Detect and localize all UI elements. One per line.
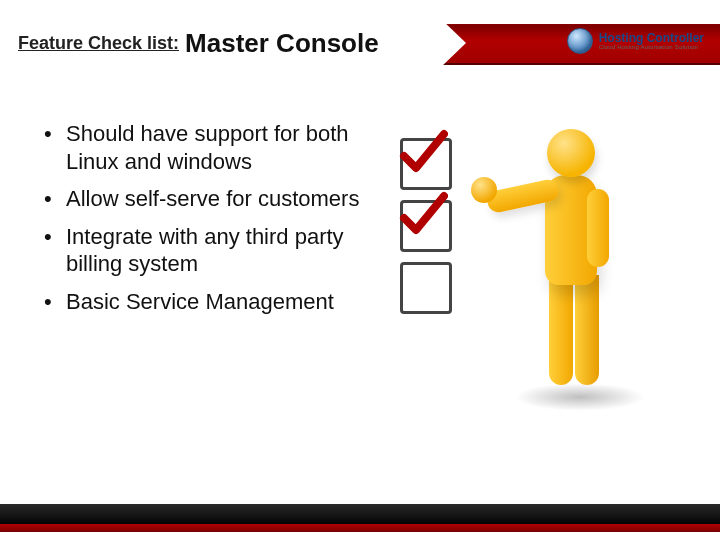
- bullet-text: Basic Service Management: [66, 289, 334, 314]
- slide: { "header": { "prefix": "Feature Check l…: [0, 0, 720, 540]
- bullet-text: Allow self-serve for customers: [66, 186, 359, 211]
- list-item: Integrate with any third party billing s…: [40, 223, 370, 278]
- content-area: Should have support for both Linux and w…: [40, 120, 680, 420]
- title-tab: Feature Check list: Master Console: [0, 18, 440, 68]
- globe-icon: [567, 28, 593, 54]
- checkbox-3: [400, 262, 452, 314]
- figure-leg: [549, 275, 573, 385]
- list-item: Allow self-serve for customers: [40, 185, 370, 213]
- figure-head: [547, 129, 595, 177]
- logo-text: Hosting Controller Cloud Hosting Automat…: [599, 32, 704, 50]
- brand-logo: Hosting Controller Cloud Hosting Automat…: [567, 28, 704, 54]
- footer-bar: [0, 504, 720, 532]
- list-item: Should have support for both Linux and w…: [40, 120, 370, 175]
- title-prefix: Feature Check list:: [18, 33, 179, 54]
- figure-shadow: [515, 383, 645, 411]
- person-figure-icon: [475, 125, 655, 415]
- figure-leg: [575, 275, 599, 385]
- title-main: Master Console: [185, 28, 379, 59]
- logo-tagline: Cloud Hosting Automation Solution: [599, 44, 704, 50]
- list-item: Basic Service Management: [40, 288, 370, 316]
- checkmark-icon: [398, 190, 448, 240]
- footer-dark-strip: [0, 504, 720, 526]
- logo-name: Hosting Controller: [599, 32, 704, 44]
- footer-red-strip: [0, 524, 720, 532]
- checklist-figure-art: [380, 120, 680, 420]
- bullet-list: Should have support for both Linux and w…: [40, 120, 370, 420]
- bullet-text: Integrate with any third party billing s…: [66, 224, 344, 277]
- checkmark-icon: [398, 128, 448, 178]
- bullet-text: Should have support for both Linux and w…: [66, 121, 349, 174]
- figure-arm: [587, 189, 609, 267]
- figure-hand: [471, 177, 497, 203]
